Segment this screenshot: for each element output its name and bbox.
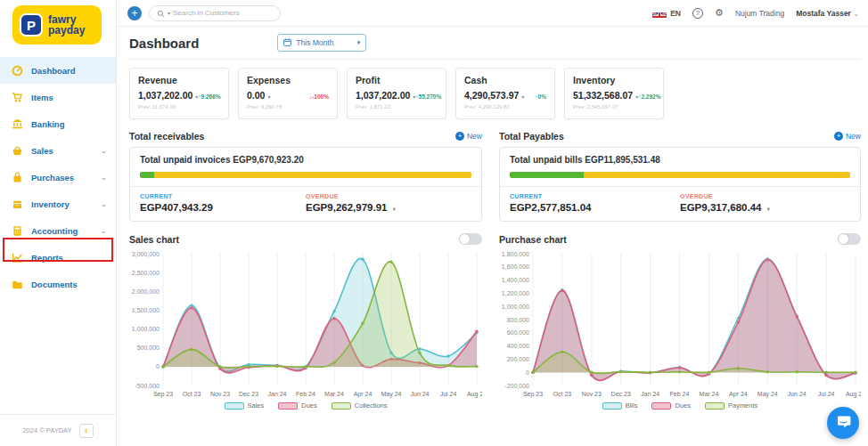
brand-name-bottom: payday	[48, 25, 85, 36]
sidebar-item-inventory[interactable]: Inventory ⌄	[0, 191, 116, 217]
overdue-label: OVERDUE	[306, 193, 471, 199]
company-name: Nujum Trading	[735, 9, 784, 18]
sidebar-item-banking[interactable]: Banking	[0, 110, 116, 137]
svg-text:1,000,000: 1,000,000	[132, 326, 160, 332]
svg-text:1,400,000: 1,400,000	[502, 277, 529, 283]
svg-text:Feb 24: Feb 24	[296, 391, 315, 397]
sidebar-item-label: Dashboard	[31, 66, 76, 76]
sales-chart-toggle[interactable]	[459, 233, 482, 245]
legend-label: Dues	[301, 401, 317, 410]
documents-folder-icon	[12, 279, 23, 290]
payables-overdue-value: EGP9,317,680.44 ▾	[680, 202, 850, 213]
search-box[interactable]: ▾	[149, 5, 281, 21]
kpi-change: ↑9.266%	[198, 93, 220, 100]
fawry-logo-icon: P	[20, 13, 43, 36]
period-filter-value: This Month	[296, 38, 333, 47]
calendar-icon	[283, 38, 291, 48]
accounting-calculator-icon	[12, 225, 23, 237]
svg-text:May 24: May 24	[381, 391, 402, 398]
svg-text:200,000: 200,000	[507, 356, 529, 362]
svg-text:Feb 24: Feb 24	[670, 391, 690, 397]
sidebar-item-documents[interactable]: Documents	[0, 271, 116, 297]
dashboard-icon	[12, 65, 23, 77]
svg-text:Aug 24: Aug 24	[467, 391, 482, 398]
search-input[interactable]	[173, 9, 273, 17]
language-label[interactable]: EN	[670, 9, 681, 18]
sidebar-item-label: Accounting	[31, 226, 78, 236]
sidebar-item-purchases[interactable]: Purchases ⌄	[0, 164, 116, 191]
sidebar-item-dashboard[interactable]: Dashboard	[0, 57, 116, 84]
bank-icon	[12, 118, 23, 130]
help-icon[interactable]: ?	[692, 8, 703, 19]
kpi-row: Revenue 1,037,202.00 ▾ ↑9.266% Prev: 11,…	[129, 68, 861, 119]
svg-text:Dec 23: Dec 23	[239, 391, 258, 397]
caret-down-icon[interactable]: ▾	[767, 207, 770, 212]
add-button[interactable]: +	[127, 6, 142, 20]
svg-text:Dec 23: Dec 23	[611, 391, 631, 397]
gear-icon[interactable]: ⚙	[715, 8, 724, 18]
kpi-card-inventory[interactable]: Inventory 51,332,568.07 ▾ ↑2.292% Prev: …	[564, 68, 664, 119]
legend-item[interactable]: Bills	[602, 401, 638, 410]
legend-label: Dues	[675, 401, 691, 410]
svg-text:1,000,000: 1,000,000	[502, 304, 529, 310]
svg-text:Sep 23: Sep 23	[523, 391, 543, 398]
search-scope-caret-icon[interactable]: ▾	[168, 10, 170, 16]
plus-icon: +	[455, 132, 464, 141]
legend-item[interactable]: Dues	[278, 401, 317, 410]
chat-support-button[interactable]	[827, 407, 859, 439]
svg-text:2,500,000: 2,500,000	[132, 270, 160, 276]
payables-progress-bar	[510, 172, 850, 178]
current-label: CURRENT	[510, 193, 680, 199]
kpi-change: ↑55.270%	[415, 93, 441, 100]
svg-text:1,600,000: 1,600,000	[502, 264, 529, 270]
uk-flag-icon[interactable]	[652, 9, 667, 18]
svg-text:Jul 24: Jul 24	[440, 391, 457, 397]
period-filter-select[interactable]: This Month ▾	[277, 34, 366, 52]
user-menu[interactable]: Mostafa Yasser ⌄	[796, 9, 859, 18]
payables-summary: Total unpaid bills EGP11,895,531.48	[510, 155, 850, 165]
sidebar-item-accounting[interactable]: Accounting ⌄	[0, 217, 116, 244]
caret-down-icon[interactable]: ▾	[267, 93, 270, 100]
svg-text:Nov 23: Nov 23	[582, 391, 602, 397]
sidebar-item-label: Inventory	[31, 199, 70, 209]
kpi-card-expenses[interactable]: Expenses 0.00 ▾ ↓-100% Prev: 9,260.78	[238, 68, 338, 119]
svg-text:Apr 24: Apr 24	[354, 391, 373, 398]
caret-down-icon[interactable]: ▾	[521, 93, 524, 100]
chat-bubble-icon	[836, 414, 851, 433]
svg-text:-500,000: -500,000	[135, 383, 160, 389]
legend-label: Payments	[728, 401, 757, 410]
purchase-chart-canvas: -200,0000200,000400,000600,000800,0001,0…	[499, 247, 861, 400]
receivables-current-value: EGP407,943.29	[140, 202, 306, 213]
sales-chart-canvas: -500,0000500,0001,000,0001,500,0002,000,…	[129, 247, 482, 400]
inventory-box-icon	[12, 199, 23, 210]
purchase-chart-toggle[interactable]	[838, 233, 861, 245]
sidebar-item-items[interactable]: Items	[0, 84, 116, 110]
caret-down-icon[interactable]: ▾	[393, 207, 396, 212]
sidebar-item-sales[interactable]: Sales ⌄	[0, 137, 116, 164]
kpi-change: ↓-100%	[309, 93, 329, 100]
legend-item[interactable]: Dues	[651, 401, 691, 410]
svg-text:-200,000: -200,000	[504, 383, 529, 389]
chevron-down-icon: ⌄	[100, 226, 107, 235]
svg-text:600,000: 600,000	[507, 329, 529, 336]
kpi-card-cash[interactable]: Cash 4,290,573.97 ▾ ↑0% Prev: 4,290,129.…	[455, 68, 555, 119]
svg-text:Jul 24: Jul 24	[818, 391, 835, 397]
kpi-value: 0.00	[247, 90, 265, 101]
legend-item[interactable]: Payments	[705, 401, 757, 410]
sidebar-item-reports[interactable]: Reports	[0, 244, 116, 271]
svg-text:Oct 23: Oct 23	[183, 391, 201, 397]
legend-label: Sales	[248, 401, 265, 410]
sidebar-collapse-button[interactable]: ‹	[79, 424, 94, 438]
legend-item[interactable]: Sales	[225, 401, 265, 410]
svg-text:May 24: May 24	[757, 391, 778, 398]
receivables-new-button[interactable]: +New	[455, 132, 482, 141]
chevron-down-icon: ⌄	[100, 199, 107, 208]
svg-text:500,000: 500,000	[137, 345, 160, 351]
kpi-card-profit[interactable]: Profit 1,037,202.00 ▾ ↑55.270% Prev: 1,8…	[347, 68, 446, 119]
svg-text:1,500,000: 1,500,000	[132, 307, 160, 313]
legend-swatch	[602, 402, 622, 410]
kpi-card-revenue[interactable]: Revenue 1,037,202.00 ▾ ↑9.266% Prev: 11,…	[129, 68, 229, 119]
legend-item[interactable]: Collections	[332, 401, 388, 410]
payables-new-button[interactable]: +New	[834, 132, 861, 141]
legend-label: Collections	[355, 401, 388, 410]
